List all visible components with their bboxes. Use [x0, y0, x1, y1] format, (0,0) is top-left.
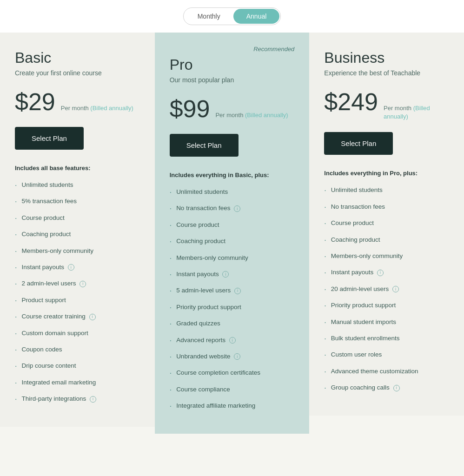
- feature-bullet: ·: [15, 230, 17, 240]
- plan-card-basic: Basic Create your first online course $2…: [0, 33, 155, 427]
- feature-bullet: ·: [15, 279, 17, 289]
- info-icon[interactable]: i: [222, 271, 229, 278]
- feature-bullet: ·: [170, 336, 172, 346]
- feature-item: · 20 admin-level users i: [324, 285, 449, 295]
- feature-item: · 5% transaction fees: [15, 197, 140, 207]
- plan-tagline-basic: Create your first online course: [15, 69, 140, 77]
- feature-item: · Unlimited students: [324, 186, 449, 196]
- select-plan-btn-pro[interactable]: Select Plan: [170, 134, 239, 157]
- feature-list-business: · Unlimited students · No transaction fe…: [324, 186, 449, 393]
- feature-bullet: ·: [15, 263, 17, 273]
- feature-item: · Custom domain support: [15, 329, 140, 339]
- info-icon[interactable]: i: [234, 288, 241, 294]
- feature-bullet: ·: [15, 312, 17, 322]
- feature-bullet: ·: [170, 385, 172, 395]
- feature-text: Product support: [21, 296, 66, 305]
- info-icon[interactable]: i: [89, 314, 96, 320]
- top-bar: Monthly Annual: [0, 0, 464, 33]
- monthly-toggle[interactable]: Monthly: [185, 9, 233, 24]
- feature-bullet: ·: [324, 268, 326, 278]
- annual-toggle[interactable]: Annual: [233, 9, 280, 24]
- feature-text: Instant payouts i: [21, 263, 74, 272]
- feature-bullet: ·: [15, 378, 17, 388]
- billed-note-business: (Billed annually): [384, 105, 430, 120]
- feature-bullet: ·: [170, 237, 172, 247]
- feature-bullet: ·: [324, 218, 326, 229]
- feature-text: Drip course content: [21, 362, 76, 370]
- feature-text: 5 admin-level users i: [176, 286, 241, 295]
- billed-note-basic: (Billed annually): [90, 105, 133, 112]
- feature-text: No transaction fees i: [176, 204, 240, 213]
- info-icon[interactable]: i: [229, 337, 236, 344]
- plan-price-basic: $29 Per month (Billed annually): [15, 88, 140, 116]
- select-plan-btn-business[interactable]: Select Plan: [324, 132, 393, 155]
- feature-item: · Group coaching calls i: [324, 383, 449, 393]
- feature-text: Bulk student enrollments: [331, 334, 400, 343]
- feature-text: Unbranded website i: [176, 352, 240, 361]
- feature-item: · Members-only community: [170, 254, 295, 264]
- feature-bullet: ·: [15, 394, 17, 404]
- feature-text: Unlimited students: [331, 186, 383, 195]
- feature-bullet: ·: [170, 303, 172, 313]
- feature-text: Course product: [176, 221, 219, 230]
- feature-item: · Manual student imports: [324, 318, 449, 328]
- info-icon[interactable]: i: [393, 385, 400, 391]
- feature-item: · Advanced reports i: [170, 336, 295, 346]
- feature-text: Manual student imports: [331, 318, 396, 327]
- plan-name-pro: Pro: [170, 56, 295, 73]
- feature-list-pro: · Unlimited students · No transaction fe…: [170, 188, 295, 411]
- info-icon[interactable]: i: [234, 205, 240, 212]
- feature-item: · Instant payouts i: [170, 270, 295, 280]
- info-icon[interactable]: i: [90, 396, 96, 403]
- feature-item: · Third-party integrations i: [15, 395, 140, 404]
- feature-text: Unlimited students: [176, 188, 228, 197]
- feature-text: Integrated affiliate marketing: [176, 402, 255, 410]
- feature-text: Coaching product: [21, 230, 71, 239]
- feature-bullet: ·: [15, 180, 17, 191]
- feature-bullet: ·: [324, 251, 326, 262]
- feature-bullet: ·: [170, 220, 172, 231]
- feature-text: Unlimited students: [21, 181, 73, 190]
- info-icon[interactable]: i: [392, 286, 399, 292]
- includes-label-pro: Includes everything in Basic, plus:: [170, 172, 295, 178]
- feature-bullet: ·: [324, 202, 326, 212]
- feature-text: Advanced theme customization: [331, 367, 418, 376]
- feature-item: · 5 admin-level users i: [170, 286, 295, 296]
- price-note-pro: Per month (Billed annually): [215, 111, 288, 119]
- feature-bullet: ·: [15, 246, 17, 257]
- feature-text: Course product: [21, 214, 64, 223]
- feature-item: · Bulk student enrollments: [324, 334, 449, 344]
- feature-item: · Course creator training i: [15, 312, 140, 322]
- plan-name-basic: Basic: [15, 49, 140, 66]
- select-plan-btn-basic[interactable]: Select Plan: [15, 127, 84, 150]
- feature-text: No transaction fees: [331, 203, 385, 212]
- feature-item: · Coaching product: [15, 230, 140, 240]
- price-amount-pro: $99: [170, 95, 210, 123]
- feature-bullet: ·: [170, 401, 172, 411]
- feature-bullet: ·: [15, 296, 17, 306]
- info-icon[interactable]: i: [377, 270, 384, 276]
- feature-item: · Priority product support: [170, 303, 295, 313]
- feature-item: · Coupon codes: [15, 345, 140, 355]
- feature-bullet: ·: [15, 361, 17, 371]
- feature-text: Graded quizzes: [176, 319, 220, 328]
- feature-text: Members-only community: [331, 252, 403, 261]
- feature-text: Custom domain support: [21, 329, 88, 338]
- feature-text: Coaching product: [331, 236, 380, 245]
- feature-text: Custom user roles: [331, 350, 382, 359]
- plans-container: Basic Create your first online course $2…: [0, 33, 464, 434]
- feature-text: Course compliance: [176, 385, 230, 394]
- price-note-business: Per month (Billed annually): [384, 104, 449, 121]
- feature-bullet: ·: [324, 334, 326, 344]
- info-icon[interactable]: i: [234, 353, 240, 360]
- info-icon[interactable]: i: [68, 264, 74, 271]
- feature-item: · Unlimited students: [15, 181, 140, 191]
- plan-card-business: Business Experience the best of Teachabl…: [309, 33, 464, 416]
- billing-toggle: Monthly Annual: [183, 7, 281, 25]
- feature-text: Instant payouts i: [176, 270, 229, 279]
- feature-item: · Integrated email marketing: [15, 378, 140, 388]
- info-icon[interactable]: i: [80, 281, 86, 287]
- feature-item: · Graded quizzes: [170, 319, 295, 329]
- feature-item: · Advanced theme customization: [324, 367, 449, 377]
- plan-tagline-pro: Our most popular plan: [170, 76, 295, 84]
